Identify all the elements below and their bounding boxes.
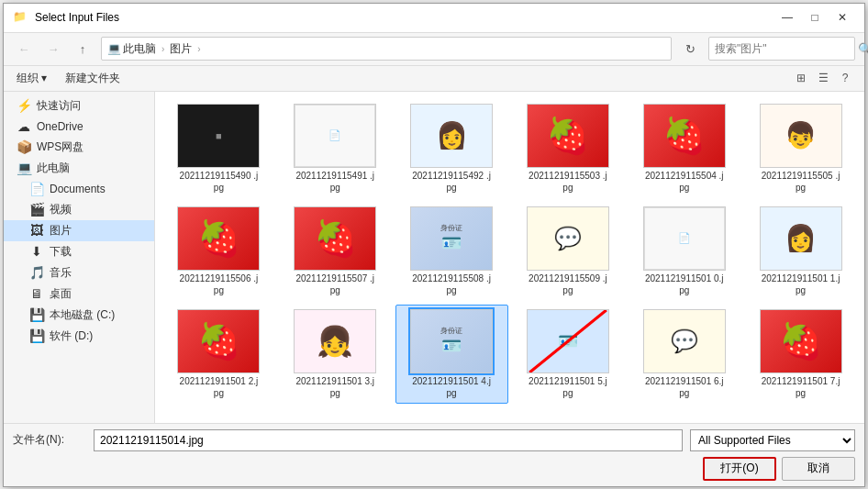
sidebar-label-wps: WPS网盘 [37,139,83,155]
sidebar-icon-wps: 📦 [17,139,31,154]
organize-toolbar: 组织 ▾ 新建文件夹 ⊞ ☰ ? [4,66,864,92]
file-item[interactable]: 身份证🪪2021121911501 4.jpg [395,305,508,404]
sidebar-icon-music: 🎵 [29,265,44,280]
view-list-button[interactable]: ☰ [813,68,833,88]
sidebar-item-quick-access[interactable]: ⚡ 快速访问 [4,95,154,117]
file-name: 20211219115504 .jpg [643,170,726,194]
breadcrumb-pc-icon: 💻 [107,42,121,55]
sidebar-label-desktop: 桌面 [50,286,72,302]
breadcrumb-sep2: › [197,44,200,54]
title-bar: 📁 Select Input Files — □ ✕ [4,4,864,33]
window-controls: — □ ✕ [774,8,855,27]
filename-label: 文件名(N): [13,432,86,448]
breadcrumb-sep1: › [161,44,164,54]
sidebar-label-downloads: 下载 [50,244,72,260]
filename-input[interactable] [94,429,683,451]
file-area[interactable]: ■20211219115490 .jpg📄20211219115491 .jpg… [155,92,864,423]
sidebar-item-music[interactable]: 🎵 音乐 [4,262,154,283]
sidebar-icon-pictures: 🖼 [29,223,44,238]
sidebar-label-local-disk: 本地磁盘 (C:) [50,307,115,323]
view-grid-button[interactable]: ⊞ [791,68,811,88]
sidebar-icon-desktop: 🖥 [29,286,44,301]
title-bar-left: 📁 Select Input Files [13,10,119,25]
sidebar-item-videos[interactable]: 🎬 视频 [4,199,154,220]
sidebar-icon-videos: 🎬 [29,202,44,217]
sidebar-label-quick-access: 快速访问 [37,98,81,114]
window-icon: 📁 [13,10,28,25]
breadcrumb-pc-label: 此电脑 [123,41,156,57]
file-item[interactable]: 📄20211219115491 .jpg [279,99,392,198]
sidebar-item-onedrive[interactable]: ☁ OneDrive [4,117,154,137]
sidebar-label-pictures: 图片 [50,223,72,239]
sidebar-items: ⚡ 快速访问☁ OneDrive📦 WPS网盘💻 此电脑📄 Documents🎬… [4,95,154,347]
file-item[interactable]: 👧2021121911501 3.jpg [279,305,392,404]
sidebar-item-documents[interactable]: 📄 Documents [4,179,154,199]
file-name: 20211219115506 .jpg [177,272,260,296]
file-item[interactable]: 👦20211219115505 .jpg [744,99,857,198]
sidebar-label-this-pc: 此电脑 [37,161,70,176]
address-bar: 💻 此电脑 › 图片 › [101,37,672,61]
file-name: 2021121911501 1.jpg [760,272,842,296]
open-button[interactable]: 打开(O) [703,457,776,481]
search-button[interactable]: 🔍 [858,38,868,60]
back-button[interactable]: ← [13,38,35,60]
sidebar: ⚡ 快速访问☁ OneDrive📦 WPS网盘💻 此电脑📄 Documents🎬… [4,92,155,423]
svg-line-0 [529,310,606,372]
help-button[interactable]: ? [835,68,855,88]
breadcrumb-pc[interactable]: 💻 此电脑 [107,41,156,57]
file-item[interactable]: 👩2021121911501 1.jpg [744,202,857,301]
file-name: 20211219115491 .jpg [294,170,376,194]
file-item[interactable]: 🍓20211219115504 .jpg [628,99,740,198]
sidebar-item-downloads[interactable]: ⬇ 下载 [4,241,154,262]
file-item[interactable]: 🍓2021121911501 7.jpg [744,305,857,404]
sidebar-item-pictures[interactable]: 🖼 图片 [4,220,154,241]
new-folder-button[interactable]: 新建文件夹 [61,69,124,88]
sidebar-icon-downloads: ⬇ [29,244,44,259]
sidebar-label-documents: Documents [50,183,106,195]
file-item[interactable]: 🍓2021121911501 2.jpg [162,305,275,404]
file-item[interactable]: 🍓20211219115503 .jpg [512,99,625,198]
sidebar-icon-software: 💾 [29,328,44,343]
sidebar-item-wps[interactable]: 📦 WPS网盘 [4,137,154,158]
organize-button[interactable]: 组织 ▾ [13,69,50,88]
bottom-actions: 打开(O) 取消 [13,457,855,481]
sidebar-item-this-pc[interactable]: 💻 此电脑 [4,158,154,179]
file-item[interactable]: 💬2021121911501 6.jpg [628,305,740,404]
cancel-button[interactable]: 取消 [782,457,855,481]
file-item[interactable]: 身份证🪪20211219115508 .jpg [395,202,508,301]
file-item[interactable]: 🍓20211219115507 .jpg [279,202,392,301]
sidebar-label-videos: 视频 [50,202,72,217]
file-name: 2021121911501 4.jpg [410,375,493,399]
close-button[interactable]: ✕ [829,8,855,27]
search-input[interactable] [709,42,858,55]
file-name: 2021121911501 2.jpg [177,375,260,399]
maximize-button[interactable]: □ [802,8,828,27]
sidebar-item-local-disk[interactable]: 💾 本地磁盘 (C:) [4,305,154,326]
file-name: 2021121911501 0.jpg [643,272,726,296]
file-name: 20211219115492 .jpg [410,170,493,194]
refresh-button[interactable]: ↻ [679,38,701,60]
window-title: Select Input Files [35,11,119,24]
filetype-select[interactable]: All Supported Files [690,429,855,451]
file-name: 2021121911501 3.jpg [294,375,376,399]
search-box: 🔍 [708,37,855,61]
sidebar-label-onedrive: OneDrive [37,120,83,133]
file-grid: ■20211219115490 .jpg📄20211219115491 .jpg… [162,99,857,404]
sidebar-icon-documents: 📄 [29,182,44,196]
file-name: 20211219115503 .jpg [527,170,609,194]
file-item[interactable]: ■20211219115490 .jpg [162,99,275,198]
file-item[interactable]: 🪪2021121911501 5.jpg [512,305,625,404]
file-item[interactable]: 💬20211219115509 .jpg [512,202,625,301]
file-item[interactable]: 📄2021121911501 0.jpg [628,202,740,301]
sidebar-item-desktop[interactable]: 🖥 桌面 [4,283,154,305]
main-content: ⚡ 快速访问☁ OneDrive📦 WPS网盘💻 此电脑📄 Documents🎬… [4,92,864,423]
file-item[interactable]: 🍓20211219115506 .jpg [162,202,275,301]
sidebar-item-software[interactable]: 💾 软件 (D:) [4,326,154,347]
sidebar-label-software: 软件 (D:) [50,328,93,344]
up-button[interactable]: ↑ [72,38,94,60]
file-name: 2021121911501 6.jpg [643,375,726,399]
breadcrumb-pictures[interactable]: 图片 [170,41,192,57]
minimize-button[interactable]: — [774,8,800,27]
forward-button[interactable]: → [42,38,64,60]
file-item[interactable]: 👩20211219115492 .jpg [395,99,508,198]
